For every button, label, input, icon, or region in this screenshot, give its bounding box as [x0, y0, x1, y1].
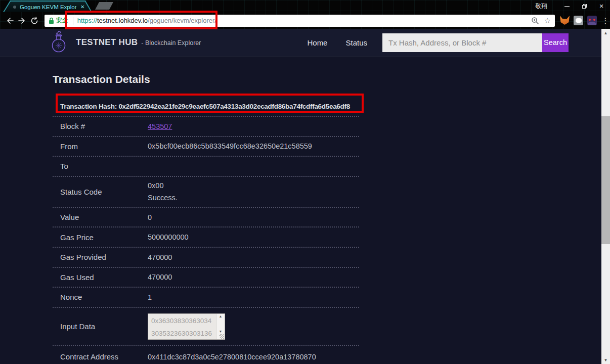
url-bar-divider: [73, 17, 73, 25]
scroll-down-icon[interactable]: ▼: [216, 330, 225, 333]
url-domain: testnet.iohkdev.io: [97, 17, 148, 24]
row-status-code: Status Code 0x00 Success.: [53, 177, 359, 208]
row-to-address: To: [53, 157, 359, 177]
row-label: Block #: [60, 122, 148, 130]
row-from-address: From 0x5bcf00ecb86c5b833549fcc68e32650e2…: [53, 137, 359, 157]
url-path: /goguen/kevm/explorer/: [148, 17, 216, 24]
gas-provided-value: 470000: [148, 253, 172, 261]
page-viewport: TESTNET HUB - Blockchain Explorer Home S…: [0, 29, 610, 364]
forward-button[interactable]: [16, 15, 28, 27]
browser-chrome: Goguen KEVM Explorer ✕ 敬翔 ✕: [0, 0, 610, 29]
search-input[interactable]: [382, 33, 542, 52]
nonce-value: 1: [148, 293, 152, 301]
row-gas-provided: Gas Provided 470000: [53, 248, 359, 268]
browser-profile-name[interactable]: 敬翔: [535, 2, 547, 11]
row-label: Status Code: [60, 188, 148, 196]
page-content: Transaction Details Transaction Hash: 0x…: [0, 73, 610, 364]
row-contract-address: Contract Address 0x411dc3c87d3a0c5e27800…: [53, 346, 359, 364]
site-header: TESTNET HUB - Blockchain Explorer Home S…: [0, 29, 610, 57]
row-gas-used: Gas Used 470000: [53, 268, 359, 288]
contract-address-value: 0x411dc3c87d3a0c5e27800810ccee920a137808…: [148, 353, 316, 361]
search-button[interactable]: Search: [542, 33, 569, 52]
title-bar: Goguen KEVM Explorer ✕ 敬翔 ✕: [0, 0, 610, 12]
scrollbar-up-icon[interactable]: ▲: [601, 29, 610, 37]
row-label: Input Data: [60, 322, 148, 331]
page-scrollbar[interactable]: ▲ ▼: [601, 29, 610, 364]
browser-tab[interactable]: Goguen KEVM Explorer ✕: [3, 1, 92, 12]
row-gas-price: Gas Price 5000000000: [53, 228, 359, 248]
row-label: Gas Price: [60, 233, 148, 242]
main-nav: Home Status: [307, 38, 367, 47]
gas-used-value: 470000: [148, 273, 172, 281]
value-amount: 0: [148, 213, 152, 221]
nav-link-status[interactable]: Status: [345, 38, 367, 47]
window-restore-button[interactable]: [576, 0, 593, 12]
input-data-textarea[interactable]: 0x3630383036303430353236303031363030: [148, 313, 225, 340]
reload-button[interactable]: [28, 15, 40, 27]
back-button[interactable]: [4, 15, 16, 27]
gas-price-value: 5000000000: [148, 233, 189, 241]
transaction-details-table: Transaction Hash: 0x2df522942ea21fe29c9e…: [53, 97, 359, 364]
block-number-link[interactable]: 453507: [148, 122, 172, 130]
restore-icon: [582, 4, 587, 9]
row-label: Gas Used: [60, 273, 148, 282]
row-nonce: Nonce 1: [53, 288, 359, 308]
row-label: Gas Provided: [60, 253, 148, 261]
back-arrow-icon: [6, 17, 14, 25]
from-address-value: 0x5bcf00ecb86c5b833549fcc68e32650e21c585…: [148, 142, 312, 150]
window-close-button[interactable]: ✕: [593, 0, 610, 12]
site-title: TESTNET HUB: [76, 37, 138, 48]
site-title-group: TESTNET HUB - Blockchain Explorer: [76, 37, 201, 48]
transaction-hash-text: Transaction Hash: 0x2df522942ea21fe29c9e…: [60, 103, 350, 110]
row-label: Nonce: [60, 293, 148, 301]
tab-close-icon[interactable]: ✕: [80, 5, 84, 10]
row-label: Contract Address: [60, 352, 148, 361]
url-bar[interactable]: 安全 https://testnet.iohkdev.io/goguen/kev…: [45, 15, 555, 27]
tab-favicon-icon: [13, 6, 16, 9]
row-label: Value: [60, 213, 148, 221]
row-label: To: [60, 162, 148, 170]
extension-character-icon[interactable]: [587, 16, 597, 25]
row-block-number: Block # 453507: [53, 117, 359, 137]
extension-fox-icon[interactable]: [560, 16, 570, 25]
reload-icon: [30, 17, 38, 25]
row-label: From: [60, 142, 148, 151]
window-minimize-button[interactable]: [558, 0, 576, 12]
browser-toolbar: 安全 https://testnet.iohkdev.io/goguen/kev…: [0, 12, 610, 29]
new-tab-button[interactable]: [95, 2, 113, 10]
page-title: Transaction Details: [53, 73, 610, 87]
browser-menu-icon[interactable]: ⋮: [601, 16, 610, 25]
url-text: https://testnet.iohkdev.io/goguen/kevm/e…: [77, 17, 216, 24]
tab-title: Goguen KEVM Explorer: [20, 4, 76, 10]
row-value: Value 0: [53, 208, 359, 228]
scroll-up-icon[interactable]: ▲: [216, 314, 225, 318]
site-subtitle: - Blockchain Explorer: [141, 39, 201, 47]
scrollbar-down-icon[interactable]: ▼: [601, 356, 610, 364]
scrollbar-thumb[interactable]: [601, 116, 610, 244]
bookmark-star-icon[interactable]: ☆: [544, 17, 551, 24]
forward-arrow-icon: [18, 17, 26, 25]
header-search: Search: [382, 33, 569, 52]
row-input-data: Input Data 0x363038303630343035323630303…: [53, 308, 359, 346]
status-code-message: Success.: [148, 192, 178, 204]
zoom-icon[interactable]: [531, 17, 539, 25]
flask-logo-icon: [50, 31, 67, 54]
url-scheme: https://: [77, 17, 97, 24]
nav-link-home[interactable]: Home: [307, 38, 327, 47]
status-code-value: 0x00: [148, 179, 178, 192]
secure-label: 安全: [56, 16, 68, 25]
lock-icon: [49, 17, 54, 24]
row-transaction-hash: Transaction Hash: 0x2df522942ea21fe29c9e…: [53, 97, 359, 117]
extension-line-icon[interactable]: [574, 16, 583, 25]
textarea-resize-grip[interactable]: [220, 334, 224, 339]
secure-site-chip[interactable]: 安全: [49, 16, 68, 25]
